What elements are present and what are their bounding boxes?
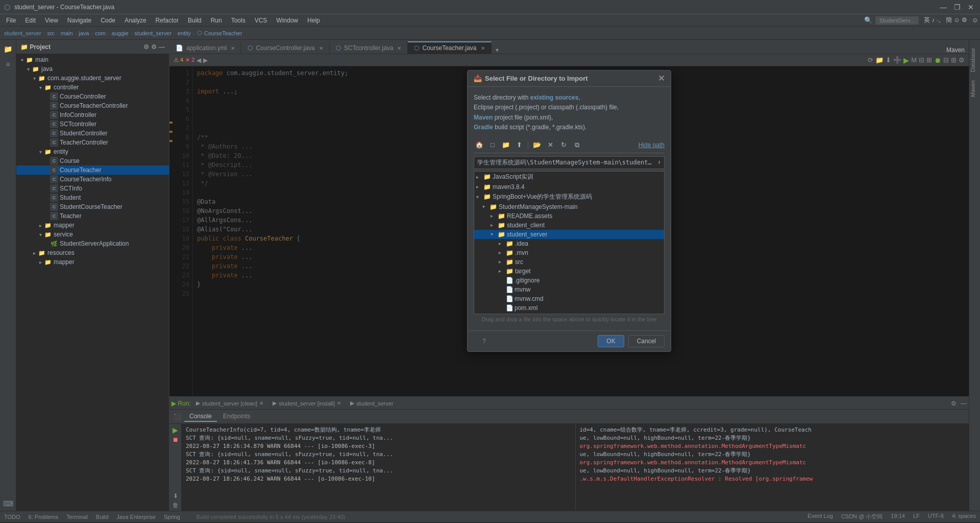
run-tab-install-close[interactable]: ✕ [337,400,341,406]
tree-sctinfo[interactable]: CSCTInfo [16,184,169,193]
dtree-mvnw[interactable]: 📄mvnw [474,285,664,294]
menu-file[interactable]: File [2,16,20,25]
tree-teacher[interactable]: CTeacher [16,211,169,221]
project-collapse-icon[interactable]: — [159,43,165,51]
editor-action11[interactable]: ⚙ [959,56,965,64]
editor-run-btn[interactable]: ▶ [903,56,909,64]
menu-run[interactable]: Run [207,16,226,25]
dialog-help-btn[interactable]: ? [474,335,495,347]
dialog-close-icon-btn[interactable]: ✕ [545,139,556,151]
dtree-mvnwcmd[interactable]: 📄mvnw.cmd [474,294,664,303]
dtree-pom[interactable]: 📄pom.xml [474,303,664,313]
run-tab-install[interactable]: ▶ student_server [install] ✕ [268,399,345,408]
menu-help[interactable]: Help [303,16,324,25]
tab-close-cc[interactable]: ✕ [319,45,323,51]
run-tab-server[interactable]: ▶ student_server [346,399,398,408]
editor-action10[interactable]: ⊞ [951,56,957,64]
sidebar-project-icon[interactable]: 📁 [1,42,15,56]
tree-course[interactable]: CCourse [16,156,169,165]
console-clear-btn[interactable]: 🗑 [173,502,179,509]
tab-courseteacher[interactable]: ⬡ CourseTeacher.java ✕ [408,41,491,54]
tab-sctcontroller[interactable]: ⬡ SCTcontroller.java ✕ [330,41,408,54]
menu-edit[interactable]: Edit [21,16,40,25]
tree-mapper[interactable]: ▸📁mapper [16,221,169,230]
tab-coursecontroller[interactable]: ⬡ CourseController.java ✕ [241,41,329,54]
tab-application-yml[interactable]: 📄 application.yml ✕ [169,41,241,54]
dtree-javascript[interactable]: ▸📁JavaScript实训 [474,172,664,182]
maximize-btn[interactable]: ❐ [952,3,963,11]
dtree-gitignore[interactable]: 📄.gitignore [474,276,664,285]
status-encoding[interactable]: UTF-8 [928,513,944,520]
bottom-settings-btn[interactable]: ⚙ [951,400,957,407]
tree-app[interactable]: 🌿StudentServerApplication [16,239,169,248]
tree-courseteacherctrl[interactable]: CCourseTeacherController [16,101,169,110]
menu-tools[interactable]: Tools [227,16,250,25]
tree-student[interactable]: CStudent [16,193,169,202]
nav-next[interactable]: ▶ [203,57,208,64]
tree-service[interactable]: ▾📁service [16,230,169,239]
tree-resources[interactable]: ▸📁resources [16,248,169,257]
status-tab-todo[interactable]: TODO [4,514,20,520]
tree-sctctrl[interactable]: CSCTcontroller [16,120,169,129]
editor-action1[interactable]: ⟳ [868,56,873,64]
tree-entity[interactable]: ▾📁entity [16,147,169,156]
editor-action6[interactable]: ⊟ [919,56,924,64]
tabs-more-btn[interactable]: ▾ [492,46,503,54]
status-tab-build[interactable]: Build [96,514,108,520]
minimize-btn[interactable]: — [938,3,949,11]
status-event-log[interactable]: Event Log [807,513,833,520]
dialog-desktop-btn[interactable]: □ [487,139,498,151]
tree-courseteacher[interactable]: CCourseTeacher [16,165,169,175]
tree-java[interactable]: ▾📁java [16,64,169,74]
tab-endpoints[interactable]: Endpoints [218,412,255,422]
close-btn[interactable]: ✕ [966,3,976,11]
dtree-student-client[interactable]: ▸📁student_client [474,221,664,230]
editor-action8[interactable]: ⏺ [934,56,941,64]
maven-label[interactable]: Maven [946,46,965,54]
dtree-src[interactable]: ▸📁src [474,257,664,267]
console-stop-btn[interactable]: ⏹ [173,436,179,443]
dtree-readme[interactable]: ▸📁README.assets [474,211,664,221]
dialog-cancel-btn[interactable]: Cancel [628,335,665,347]
editor-action5[interactable]: M [911,56,917,64]
dtree-sms-main[interactable]: ▾📁StudentManageSystem-main [474,202,664,211]
status-tab-spring[interactable]: Spring [164,514,180,520]
bottom-hide-btn[interactable]: — [961,400,967,407]
menu-code[interactable]: Code [96,16,119,25]
tree-mapper2[interactable]: ▸📁mapper [16,257,169,267]
console-scroll-btn[interactable]: ⬇ [173,492,178,500]
tree-studentcourseteacher[interactable]: CStudentCourseTeacher [16,202,169,211]
tree-studentctrl[interactable]: CStudentController [16,129,169,138]
editor-action2[interactable]: 📁 [875,56,884,64]
tree-coursectrl[interactable]: CCourseController [16,92,169,101]
tab-close-sct[interactable]: ✕ [397,45,401,51]
dialog-ok-btn[interactable]: OK [598,335,624,347]
tree-package[interactable]: ▾📁com.auggie.student_server [16,74,169,83]
editor-action9[interactable]: ⊟ [943,56,949,64]
menu-build[interactable]: Build [184,16,206,25]
menu-analyze[interactable]: Analyze [120,16,151,25]
run-tab-clean-close[interactable]: ✕ [259,400,263,406]
settings-btn[interactable]: ⚙ [972,17,978,24]
run-tab-clean[interactable]: ▶ student_server [clean] ✕ [192,399,267,408]
project-gear-icon[interactable]: ⚙ [151,43,157,51]
search-everywhere-btn[interactable]: 🔍 [864,16,872,24]
menu-navigate[interactable]: Navigate [63,16,95,25]
dtree-target[interactable]: ▸📁target [474,267,664,276]
tree-courseteacherinfo[interactable]: CCourseTeacherInfo [16,175,169,184]
tree-main[interactable]: ▾📁main [16,55,169,64]
nav-prev[interactable]: ◀ [197,57,201,64]
ide-profile[interactable]: StudentServ... [875,16,919,25]
status-tab-terminal[interactable]: Terminal [66,514,88,520]
tree-infoctrl[interactable]: CInfoController [16,110,169,120]
dialog-home-btn[interactable]: 🏠 [474,139,485,151]
bc-project[interactable]: student_server [4,30,41,36]
dialog-newfolder-btn[interactable]: 📁 [500,139,511,151]
dialog-open-btn[interactable]: 📂 [531,139,543,151]
tab-close-ct[interactable]: ✕ [481,45,485,51]
sidebar-bottom-icon[interactable]: ⌨ [1,496,15,511]
dialog-copy-btn[interactable]: ⧉ [571,139,582,151]
tab-console[interactable]: Console [184,412,217,422]
hide-path-link[interactable]: Hide path [639,141,665,149]
status-csdn[interactable]: CSDN @ 小空间 [841,513,883,520]
